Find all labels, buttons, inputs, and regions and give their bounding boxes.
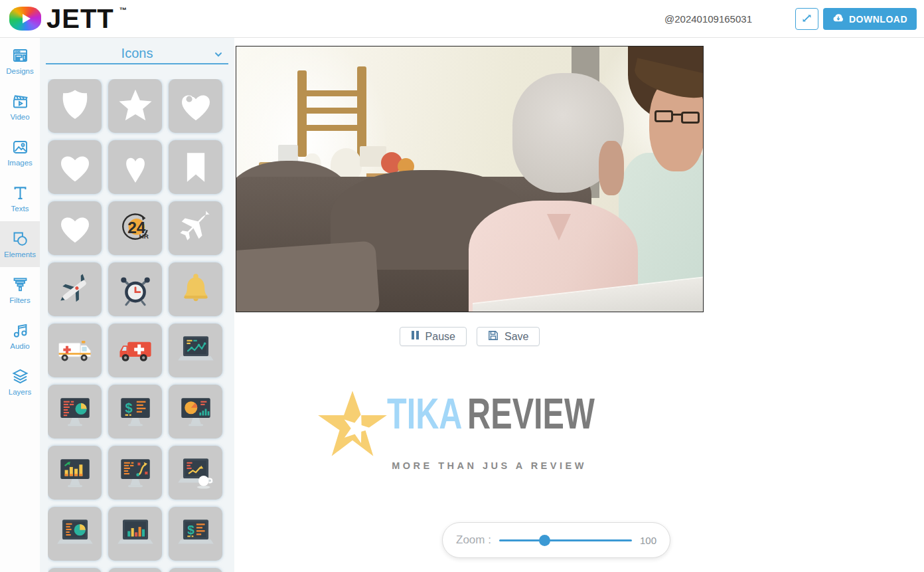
sidebar-label: Filters [9,296,30,304]
element-tile-heart-shine[interactable] [169,79,222,133]
designs-icon [11,47,29,64]
zoom-slider-thumb[interactable] [539,535,550,546]
sidebar-item-audio[interactable]: Audio [0,313,40,359]
brand-title[interactable]: TIKAREVIEW [387,389,595,438]
player-controls: Pause Save [236,327,704,346]
brand-star-icon[interactable] [317,387,388,466]
element-tile-monitor-bar-chart[interactable] [48,446,102,500]
element-tile-ambulance-truck[interactable] [108,324,162,377]
session-id: @20240109165031 [664,13,752,25]
svg-text:HR: HR [139,233,148,240]
element-tile-bell[interactable] [169,262,222,316]
pause-label: Pause [425,331,455,343]
elements-icon [11,230,29,248]
sidebar-item-texts[interactable]: Texts [0,175,40,221]
save-button[interactable]: Save [477,327,540,346]
svg-text:$: $ [125,400,132,415]
element-tile-ambulance[interactable] [48,324,102,377]
element-tile-star[interactable] [108,79,162,133]
sidebar-item-images[interactable]: Images [0,130,40,175]
scene-chair-post [297,70,307,157]
element-category-select[interactable]: Icons [46,44,228,64]
brand-title-primary: TIKA [387,390,462,438]
element-tile-laptop-chart-coffee[interactable] [169,446,222,500]
sidebar-item-layers[interactable]: Layers [0,359,40,405]
audio-icon [11,322,29,339]
fullscreen-button[interactable] [795,8,818,30]
pause-icon [411,330,420,343]
sidebar-item-designs[interactable]: Designs [0,38,40,84]
video-canvas[interactable] [236,46,704,312]
header-actions: @20240109165031 DOWNLOAD [664,0,917,38]
element-tile-monitor-strategy[interactable] [108,446,162,500]
sidebar-label: Elements [4,250,36,258]
top-bar: JETT ™ @20240109165031 DOWNLOAD [0,0,924,38]
sidebar-label: Audio [10,342,29,350]
element-tile-24hr-clock[interactable]: 24HR [108,201,162,255]
element-tile-laptop-dollar-chart[interactable]: $ [169,507,222,561]
svg-text:$: $ [187,523,194,537]
zoom-slider-track[interactable] [499,539,632,542]
jett-play-icon [9,7,41,31]
sidebar-label: Texts [11,205,29,213]
element-tile-airplane-colored[interactable] [48,262,102,316]
element-tile-heart-2[interactable] [48,201,102,255]
element-tile-laptop-line-chart[interactable] [169,324,222,377]
element-tile-alarm-clock[interactable] [108,262,162,316]
element-tile-monitor-pie-report[interactable] [48,385,102,438]
element-tile-laptop-pie-chart[interactable] [48,507,102,561]
zoom-value: 100 [640,535,656,546]
texts-icon [11,184,29,202]
sidebar-nav: Designs Video Images Texts Elements Filt… [0,38,40,572]
zoom-control: Zoom : 100 [442,522,670,558]
category-select-value: Icons [121,46,153,61]
brand-subtitle[interactable]: MORE THAN JUS A REVIEW [317,460,662,471]
scene-chair-slat [303,125,362,131]
element-tile-tile-partial-3[interactable] [169,568,222,572]
layers-icon [11,367,29,385]
scene-elderly-woman-face [599,141,624,195]
video-icon [11,92,29,110]
filters-icon [11,276,29,294]
save-floppy-icon [488,330,499,343]
element-tile-heart[interactable] [48,140,102,194]
element-tile-heart-slim[interactable] [108,140,162,194]
sidebar-item-elements[interactable]: Elements [0,221,40,267]
scene-chair-slat [303,90,362,96]
element-tile-badge-shield[interactable] [48,79,102,133]
element-tile-laptop-bar-chart[interactable] [108,507,162,561]
icons-grid: 24HR$$ [48,79,227,572]
brand-title-secondary: REVIEW [467,390,595,438]
element-tile-monitor-dollar-chart[interactable]: $ [108,385,162,438]
jett-logo-text: JETT [46,5,114,33]
app-window: JETT ™ @20240109165031 DOWNLOAD Designs [0,0,924,572]
sidebar-item-filters[interactable]: Filters [0,267,40,313]
zoom-slider[interactable] [499,534,632,546]
element-tile-monitor-pie-bars[interactable] [169,385,222,438]
element-tile-bookmark[interactable] [169,140,222,194]
sidebar-label: Layers [9,388,32,396]
download-label: DOWNLOAD [849,14,907,25]
cloud-download-icon [832,13,844,25]
pause-button[interactable]: Pause [400,327,467,346]
chevron-down-icon [214,50,223,62]
element-tile-tile-partial-2[interactable] [108,568,162,572]
sidebar-label: Images [7,159,33,167]
download-button[interactable]: DOWNLOAD [823,8,917,30]
element-tile-tile-partial-1[interactable] [48,568,102,572]
zoom-label: Zoom : [456,533,491,547]
save-label: Save [504,331,528,343]
jett-logo[interactable]: JETT ™ [9,5,127,33]
sidebar-item-video[interactable]: Video [0,84,40,130]
sidebar-label: Video [10,113,29,121]
sidebar-label: Designs [6,67,34,75]
scene-couch-cushion [236,240,380,312]
elements-panel: Icons 24HR$$ [40,38,234,572]
expand-arrows-icon [801,13,812,26]
trademark-symbol: ™ [119,6,127,14]
scene-chair-slat [303,108,362,114]
images-icon [11,138,29,156]
scene-eyeglasses [654,110,702,124]
element-tile-airplane[interactable] [169,201,222,255]
